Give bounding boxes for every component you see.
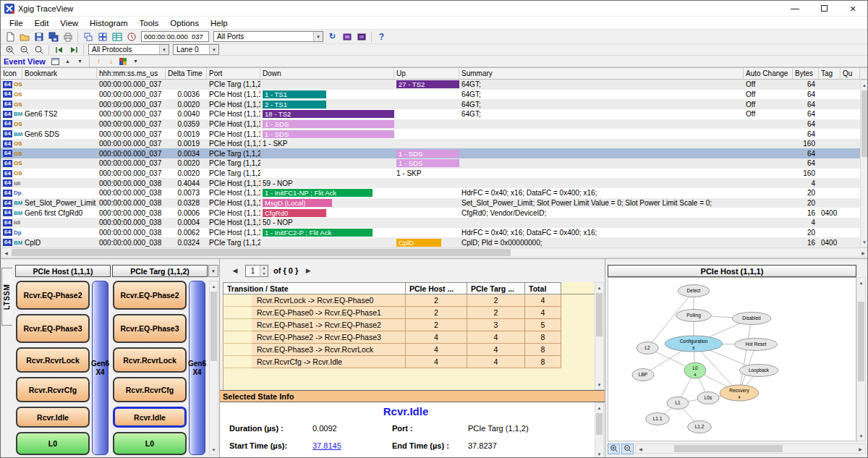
ltssm-state-rcvr-eq-phase2[interactable]: Rcvr.EQ-Phase2 bbox=[16, 281, 90, 310]
ltssm-state-rcvr-idle[interactable]: Rcvr.Idle bbox=[16, 407, 90, 428]
minimize-button[interactable]: — bbox=[780, 1, 809, 16]
help-button[interactable]: ? bbox=[375, 30, 388, 43]
ltssm-port-dropdown[interactable]: ▼ bbox=[208, 265, 218, 277]
spin-down-icon[interactable]: ▼ bbox=[260, 271, 268, 276]
scroll-thumb[interactable] bbox=[674, 445, 783, 452]
prev-page-button[interactable]: ◀ bbox=[230, 267, 240, 274]
transition-column-pcie-targ[interactable]: PCIe Targ ... bbox=[467, 282, 525, 294]
column-header-tag[interactable]: Tag bbox=[819, 68, 841, 79]
zoom-in-button[interactable] bbox=[3, 43, 17, 56]
diagram-zoom-in-button[interactable] bbox=[608, 444, 620, 454]
table-row[interactable]: 64OS000:00:00.000_037PCIe Targ (1,1,2)27… bbox=[1, 80, 860, 90]
state-node-l2[interactable]: L2 bbox=[637, 342, 658, 355]
scroll-up-button[interactable]: ▲ bbox=[857, 278, 865, 287]
scroll-up-button[interactable]: ▲ bbox=[595, 283, 603, 292]
column-header-delta-time[interactable]: Delta Time bbox=[166, 68, 207, 79]
scroll-up-button[interactable]: ▲ bbox=[210, 281, 218, 291]
state-node-polling[interactable]: Polling bbox=[676, 310, 711, 322]
column-header-port[interactable]: Port bbox=[207, 68, 260, 79]
transition-row[interactable]: Rcvr.EQ-Phase3 -> Rcvr.RcvrLock448 bbox=[223, 344, 595, 356]
page-spinner[interactable]: 1 ▲▼ bbox=[245, 265, 268, 277]
scroll-right-button[interactable]: ▶ bbox=[859, 248, 868, 257]
scroll-down-button[interactable]: ▼ bbox=[595, 380, 603, 389]
color-settings-button[interactable] bbox=[118, 56, 129, 67]
table-row[interactable]: 64OS000:00:00.000_0370.0020PCIe Targ (1,… bbox=[1, 169, 860, 179]
close-button[interactable]: × bbox=[838, 1, 867, 16]
view-options-button[interactable]: ▼ bbox=[130, 56, 141, 67]
start-time-link[interactable]: 37.8145 bbox=[312, 441, 341, 450]
scroll-right-button[interactable]: ▶ bbox=[856, 444, 865, 453]
table-row[interactable]: 64Dp000:00:00.000_0380.0062PCIe Host (1,… bbox=[1, 228, 860, 238]
column-header-icon[interactable]: Icon bbox=[1, 68, 22, 79]
ltssm-state-rcvr-rcvrlock[interactable]: Rcvr.RcvrLock bbox=[16, 347, 90, 373]
ltssm-tab[interactable]: LTSSM bbox=[1, 268, 12, 326]
table-row[interactable]: 64Idl000:00:00.000_0380.4044PCIe Host (1… bbox=[1, 178, 860, 188]
ltssm-state-rcvr-idle[interactable]: Rcvr.Idle bbox=[113, 407, 187, 428]
ltssm-state-l0[interactable]: L0 bbox=[113, 432, 187, 455]
scroll-down-button[interactable]: ▼ bbox=[210, 445, 218, 454]
ltssm-state-rcvr-eq-phase3[interactable]: Rcvr.EQ-Phase3 bbox=[113, 314, 187, 343]
table-row[interactable]: 64OS000:00:00.000_0370.0020PCIe Host (1,… bbox=[1, 99, 860, 109]
menu-item-edit[interactable]: Edit bbox=[29, 18, 55, 28]
table-row[interactable]: 64Idl000:00:00.000_0380.0004PCIe Host (1… bbox=[1, 218, 860, 228]
protocols-select[interactable]: All Protocols ▼ bbox=[88, 44, 169, 55]
timer-button[interactable] bbox=[124, 30, 138, 43]
refresh-button[interactable]: ↻ bbox=[326, 30, 339, 43]
time-display[interactable]: 000:00:00.000 037 bbox=[141, 31, 209, 42]
column-header-bytes[interactable]: Bytes bbox=[793, 68, 819, 79]
ports-select[interactable]: All Ports ▼ bbox=[213, 31, 323, 42]
cascade-windows-button[interactable] bbox=[81, 30, 95, 43]
save-button[interactable] bbox=[32, 30, 46, 43]
zoom-out-button[interactable] bbox=[17, 43, 31, 56]
column-header-summary[interactable]: Summary bbox=[459, 68, 744, 79]
ltssm-targ-header[interactable]: PCIe Targ (1,1,2) bbox=[112, 265, 208, 277]
table-row[interactable]: 64Dp000:00:00.000_0380.0073PCIe Host (1,… bbox=[1, 188, 860, 198]
column-header-up[interactable]: Up bbox=[394, 68, 459, 79]
ltssm-state-rcvr-eq-phase2[interactable]: Rcvr.EQ-Phase2 bbox=[113, 281, 187, 310]
scroll-up-button[interactable]: ▲ bbox=[861, 80, 868, 90]
menu-item-histogram[interactable]: Histogram bbox=[84, 18, 133, 28]
decoder-module-button[interactable] bbox=[354, 30, 368, 43]
next-trigger-button[interactable]: ↓ bbox=[106, 56, 116, 67]
scroll-thumb[interactable] bbox=[596, 293, 603, 336]
table-row[interactable]: 64BMCplD000:00:00.000_0380.0324PCIe Targ… bbox=[1, 237, 860, 247]
scroll-thumb[interactable] bbox=[596, 413, 603, 435]
column-header-hhh-mm-ss-ms-us[interactable]: hhh:mm:ss.ms_us bbox=[97, 68, 166, 79]
column-header-auto-change[interactable]: Auto Change bbox=[744, 68, 793, 79]
table-row[interactable]: 64OS000:00:00.000_0370.0020PCIe Targ (1,… bbox=[1, 158, 860, 169]
ltssm-state-l0[interactable]: L0 bbox=[16, 432, 90, 455]
goto-first-button[interactable] bbox=[52, 43, 66, 56]
scroll-down-button[interactable]: ▼ bbox=[75, 56, 85, 67]
menu-item-file[interactable]: File bbox=[4, 18, 29, 28]
detach-view-button[interactable] bbox=[50, 56, 61, 67]
maximize-button[interactable] bbox=[809, 1, 838, 16]
table-row[interactable]: 64BMGen6 SDS000:00:00.000_0370.0019PCIe … bbox=[1, 129, 860, 139]
scroll-thumb[interactable] bbox=[861, 90, 867, 157]
menu-item-view[interactable]: View bbox=[54, 18, 84, 28]
state-node-l1-1[interactable]: L1.1 bbox=[646, 413, 670, 425]
state-node-l0[interactable]: L04 bbox=[684, 362, 706, 378]
transition-column-pcie-host[interactable]: PCIe Host ... bbox=[406, 282, 467, 294]
table-row[interactable]: 64OS000:00:00.000_0370.0036PCIe Host (1,… bbox=[1, 90, 860, 100]
next-page-button[interactable]: ▶ bbox=[303, 267, 313, 274]
state-node-hot-reset[interactable]: Hot Reset bbox=[735, 339, 778, 351]
state-node-l1[interactable]: L1 bbox=[667, 397, 689, 410]
save-all-button[interactable] bbox=[46, 30, 60, 43]
state-node-recovery[interactable]: Recovery4 bbox=[720, 385, 759, 401]
column-header-qu[interactable]: Qu bbox=[841, 68, 860, 79]
table-row[interactable]: 64OS000:00:00.000_0370.0019PCIe Host (1,… bbox=[1, 139, 860, 149]
new-file-button[interactable] bbox=[3, 30, 17, 43]
menu-item-help[interactable]: Help bbox=[205, 18, 234, 28]
transition-row[interactable]: Rcvr.RcvrCfg -> Rcvr.Idle448 bbox=[223, 356, 595, 368]
tile-windows-button[interactable] bbox=[95, 30, 109, 43]
column-header-bookmark[interactable]: Bookmark bbox=[22, 68, 97, 79]
transition-column-transition-state[interactable]: Transition / State bbox=[223, 282, 406, 294]
goto-last-button[interactable] bbox=[67, 43, 80, 56]
transition-column-total[interactable]: Total bbox=[525, 282, 561, 294]
column-header-down[interactable]: Down bbox=[260, 68, 394, 79]
ltssm-state-rcvr-rcvrcfg[interactable]: Rcvr.RcvrCfg bbox=[113, 377, 187, 402]
diagram-zoom-out-button[interactable] bbox=[621, 444, 634, 454]
spin-up-icon[interactable]: ▲ bbox=[260, 266, 268, 271]
scroll-left-button[interactable]: ◀ bbox=[1, 248, 11, 257]
table-row[interactable]: 64BMGen6 first CfgRd0000:00:00.000_0380.… bbox=[1, 208, 860, 218]
